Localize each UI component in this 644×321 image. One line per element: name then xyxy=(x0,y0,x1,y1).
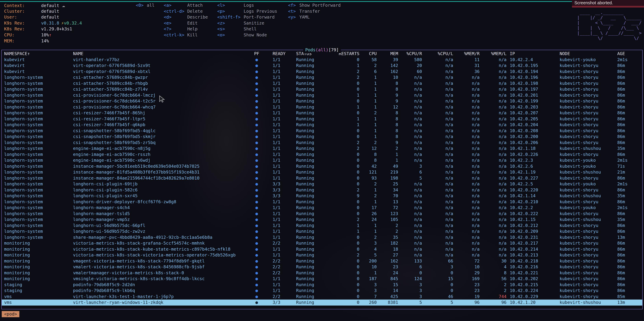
pod-row[interactable]: longhorn-systemlonghorn-csi-plugin-582c6… xyxy=(2,187,642,193)
cell-node: kubevirt-shoryu xyxy=(558,75,616,81)
pod-row[interactable]: longhorn-systemcsi-snapshotter-58bf69fbd… xyxy=(2,128,642,134)
menu-item-attach[interactable]: <a>Attach xyxy=(164,3,208,9)
pod-row[interactable]: longhorn-systeminstance-manager-5bc01eeb… xyxy=(2,163,642,169)
cell-pf: ● xyxy=(249,228,264,234)
cell-age: 86m xyxy=(616,228,642,234)
menu-item-shell[interactable]: <s>Shell xyxy=(217,26,277,32)
pod-row[interactable]: longhorn-systemlonghorn-manager-tsld5●1/… xyxy=(2,211,642,217)
breadcrumb-pod[interactable]: <pod> xyxy=(2,311,19,317)
pod-row[interactable]: longhorn-systemlonghorn-driver-deployer-… xyxy=(2,199,642,205)
pod-row[interactable]: kubevirtvirt-handler-v77bz●1/1Running058… xyxy=(2,57,642,63)
pod-row[interactable]: longhorn-systemcsi-snapshotter-58bf69fbd… xyxy=(2,140,642,146)
cell-age: 86m xyxy=(616,270,642,276)
cell-cpu: 1 xyxy=(361,199,378,205)
cell-pf: ● xyxy=(249,288,264,294)
cell-cpu: 187 xyxy=(361,276,378,282)
cell-name: csi-resizer-7466f7b45f-865hj xyxy=(71,110,249,116)
cell-mem: 9 xyxy=(378,98,400,104)
pod-row[interactable]: longhorn-systemlonghorn-manager-vmp5z●1/… xyxy=(2,217,642,223)
pod-row[interactable]: longhorn-systemengine-image-ei-acb7590c-… xyxy=(2,146,642,152)
menu-item-edit[interactable]: <e>Edit xyxy=(164,20,208,26)
menu-item-help[interactable]: <?>Help xyxy=(164,26,208,32)
cell-status: Running xyxy=(288,181,331,187)
cell-node: kubevirt-shoryu xyxy=(558,134,616,140)
pod-row[interactable]: monitoringvmsingle-victoria-metrics-k8s-… xyxy=(2,276,642,282)
pod-row[interactable]: longhorn-systemcsi-attacher-57689cc84b-z… xyxy=(2,86,642,92)
cell-cpu: 2 xyxy=(361,140,378,146)
menu-item-port-forward[interactable]: <shift-f>Port-Forward xyxy=(217,14,277,20)
pod-row[interactable]: longhorn-systemcsi-resizer-7466f7b45f-86… xyxy=(2,110,642,116)
cell-mem-r: n/a xyxy=(455,246,481,252)
pod-row[interactable]: longhorn-systemlonghorn-csi-plugin-sxr45… xyxy=(2,193,642,199)
cell-cpu: 2 xyxy=(361,63,378,69)
pod-row[interactable]: longhorn-systemcsi-resizer-7466f7b45f-q6… xyxy=(2,122,642,128)
screenshot-notification: Screenshot aborted. xyxy=(572,0,644,8)
cell-node: kubevirt-youko xyxy=(558,157,616,163)
menu-item-kill[interactable]: <ctrl-k>Kill xyxy=(164,32,208,38)
pod-row[interactable]: longhorn-systemcsi-attacher-57689cc84b-g… xyxy=(2,75,642,81)
pod-row[interactable]: stagingpodinfo-79db68f5c9-lkb6q●1/1Runni… xyxy=(2,288,642,294)
cell-pf: ● xyxy=(249,110,264,116)
menu-item-delete[interactable]: <ctrl-d>Delete xyxy=(164,9,208,15)
cell-status: Running xyxy=(288,163,331,169)
menu-item-all[interactable]: <0>all xyxy=(136,3,154,9)
cell-name: virt-launcher-k3s-test-1-master-1-j6p7p xyxy=(71,294,249,300)
pod-row[interactable]: longhorn-systemlonghorn-csi-plugin-69tjb… xyxy=(2,181,642,187)
menu-item-describe[interactable]: <d>Describe xyxy=(164,14,208,20)
menu-item-logs[interactable]: <l>Logs xyxy=(217,3,277,9)
cell-mem-l: n/a xyxy=(481,146,508,152)
cell-mem-r: 29 xyxy=(455,270,481,276)
cell-node: kubevirt-shoryu xyxy=(558,187,616,193)
pod-row[interactable]: kubevirtvirt-operator-6776f5689d-xbtxl●1… xyxy=(2,69,642,75)
pod-row[interactable]: kubevirtvirt-operator-6776f5689d-5zx9t●1… xyxy=(2,63,642,69)
cell-mem-l: n/a xyxy=(481,175,508,181)
pod-row[interactable]: longhorn-systemshare-manager-pvc-4bbd842… xyxy=(2,234,642,240)
menu-item-show-node[interactable]: <o>Show Node xyxy=(217,32,277,38)
cell-mem-r: n/a xyxy=(455,252,481,258)
menu-key: <f> xyxy=(288,3,299,9)
cell-namespace: longhorn-system xyxy=(2,217,71,223)
pod-row[interactable]: monitoringvictoria-metrics-k8s-stack-kub… xyxy=(2,246,642,252)
pod-row[interactable]: monitoringvictoria-metrics-k8s-stack-vic… xyxy=(2,252,642,258)
pod-row[interactable]: longhorn-systemcsi-attacher-57689cc84b-r… xyxy=(2,81,642,87)
cell-name: longhorn-driver-deployer-8fccf67f6-zw8g8 xyxy=(71,199,249,205)
pod-row[interactable]: vmsvirt-launcher-k3s-test-1-master-1-j6p… xyxy=(2,294,642,300)
cell-mem-r: n/a xyxy=(455,163,481,169)
pod-row[interactable]: longhorn-systeminstance-manager-84ae2159… xyxy=(2,175,642,181)
pod-row[interactable]: longhorn-systemcsi-resizer-7466f7b45f-lt… xyxy=(2,116,642,122)
pod-row[interactable]: monitoringvmalert-victoria-metrics-k8s-s… xyxy=(2,264,642,270)
pod-row[interactable]: monitoringvmagent-victoria-metrics-k8s-s… xyxy=(2,258,642,264)
pod-row[interactable]: monitoringvictoria-metrics-k8s-stack-gra… xyxy=(2,240,642,246)
menu-item-yaml[interactable]: <y>YAML xyxy=(288,14,341,20)
pod-row[interactable]: monitoringvmalertmanager-victoria-metric… xyxy=(2,270,642,276)
pod-row[interactable]: longhorn-systemengine-image-ei-acb7590c-… xyxy=(2,157,642,163)
menu-label: Shell xyxy=(244,27,256,32)
pod-row[interactable]: longhorn-systemcsi-snapshotter-58bf69fbd… xyxy=(2,134,642,140)
pod-row[interactable]: vmsvirt-launcher-ryan-windows-11-zkdqk●3… xyxy=(2,299,642,305)
cell-node: kubevirt-shoryu xyxy=(558,294,616,300)
menu-item-transfer[interactable]: <t>Transfer xyxy=(288,9,341,15)
pod-row[interactable]: stagingpodinfo-79db68f5c9-2d2dn●1/1Runni… xyxy=(2,282,642,288)
cell-mem-r: n/a xyxy=(455,140,481,146)
cell-mem: 845 xyxy=(378,276,400,282)
pod-row[interactable]: longhorn-systemcsi-provisioner-6c78dcb66… xyxy=(2,98,642,104)
pod-row[interactable]: longhorn-systemengine-image-ei-acb7590c-… xyxy=(2,152,642,158)
pod-row[interactable]: longhorn-systeminstance-manager-81fd5a40… xyxy=(2,169,642,175)
cell-mem-r: n/a xyxy=(455,199,481,205)
cell-restarts: 0 xyxy=(331,169,361,175)
cell-mem: 105 xyxy=(378,217,400,223)
pod-row[interactable]: longhorn-systemlonghorn-ui-56d9b575dc-zw… xyxy=(2,228,642,234)
cell-age: 86m xyxy=(616,98,642,104)
k9s-terminal: Screenshot aborted. Context:default☁Clus… xyxy=(0,0,644,321)
pod-row[interactable]: longhorn-systemcsi-provisioner-6c78dcb66… xyxy=(2,92,642,98)
menu-key: <o> xyxy=(217,32,244,38)
cell-namespace: longhorn-system xyxy=(2,140,71,146)
cell-status: Running xyxy=(288,104,331,110)
menu-item-show-portforward[interactable]: <f>Show PortForward xyxy=(288,3,341,9)
menu-item-sanitize[interactable]: <z>Sanitize xyxy=(217,20,277,26)
pod-row[interactable]: longhorn-systemlonghorn-manager-s4ch4●1/… xyxy=(2,205,642,211)
pod-row[interactable]: longhorn-systemcsi-provisioner-6c78dcb66… xyxy=(2,104,642,110)
cell-namespace: monitoring xyxy=(2,264,71,270)
menu-item-logs-previous[interactable]: <p>Logs Previous xyxy=(217,9,277,15)
pod-row[interactable]: longhorn-systemlonghorn-ui-56d9b575dc-66… xyxy=(2,223,642,229)
